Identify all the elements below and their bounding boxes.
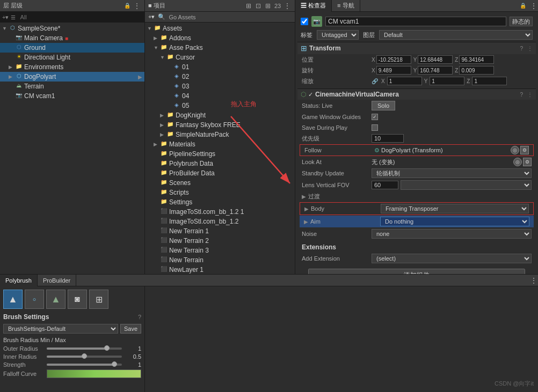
aim-dropdown[interactable]: Do nothing — [380, 217, 529, 226]
brush-save-button[interactable]: Save — [120, 324, 141, 334]
scale-y-input[interactable] — [430, 77, 464, 85]
project-item-terrain1[interactable]: ⬛ New Terrain 1 — [145, 226, 295, 236]
project-item-01[interactable]: ◈ 01 — [145, 62, 295, 72]
tab-inspector[interactable]: ☰ 检查器 — [295, 0, 332, 12]
tree-item-environments[interactable]: ▶ 📁 Environments — [0, 62, 144, 72]
solo-button[interactable]: Solo — [372, 101, 395, 110]
tree-item-dirlight[interactable]: ☀ Directional Light — [0, 53, 144, 62]
inner-radius-thumb[interactable] — [82, 353, 87, 359]
outer-radius-slider[interactable] — [47, 347, 122, 350]
inner-radius-slider[interactable] — [47, 356, 122, 358]
project-item-assepacks[interactable]: ▼ 📁 Asse Packs — [145, 43, 295, 53]
project-item-scripts[interactable]: 📁 Scripts — [145, 188, 295, 197]
object-name-input[interactable] — [325, 17, 506, 26]
lookat-pick-button[interactable]: ◎ — [513, 158, 522, 166]
tree-item-maincamera[interactable]: 📷 Main Camera ■ — [0, 33, 144, 43]
project-item-terrain2[interactable]: ⬛ New Terrain 2 — [145, 236, 295, 246]
project-item-terrain3[interactable]: ⬛ New Terrain 3 — [145, 246, 295, 255]
tab-navigation[interactable]: ≡ 导航 — [332, 0, 360, 12]
project-item-newlayer1[interactable]: ⬛ NewLayer 1 — [145, 265, 295, 274]
project-item-probuilderdata[interactable]: 📁 ProBuilder Data — [145, 168, 295, 178]
texture-tool-button[interactable]: ◙ — [68, 290, 87, 309]
strength-slider[interactable] — [47, 364, 122, 366]
brush-settings-help-icon[interactable]: ? — [138, 314, 141, 320]
project-item-04[interactable]: ◈ 04 — [145, 91, 295, 101]
project-icon4[interactable]: 23 — [273, 2, 282, 10]
hierarchy-search-input[interactable] — [20, 14, 142, 20]
sculpt-tool-button[interactable]: ▲ — [3, 290, 23, 309]
prefab-tool-button[interactable]: ⊞ — [89, 290, 108, 309]
rot-x-input[interactable] — [376, 66, 411, 75]
tree-item-dogpolyart[interactable]: ▶ ⬡ DogPolyart ▶ — [0, 72, 144, 82]
project-item-fantasyskybox[interactable]: ▶ 📁 Fantasy Skybox FREE — [145, 120, 295, 130]
project-item-03[interactable]: ◈ 03 — [145, 82, 295, 91]
lens-input[interactable] — [372, 181, 398, 189]
brush-preset-dropdown[interactable]: BrushSettings-Default — [3, 324, 118, 334]
transform-section-header[interactable]: ⊞ Transform ? ⋮ — [297, 42, 536, 54]
follow-pick-button[interactable]: ◎ — [511, 146, 519, 154]
project-item-img1[interactable]: ⬛ ImageToStl.com_bb_1.2 1 — [145, 207, 295, 217]
project-icon3[interactable]: ⊞ — [264, 2, 272, 10]
project-item-cursor[interactable]: ▼ 📁 Cursor — [145, 53, 295, 62]
cm-menu-icon[interactable]: ⋮ — [527, 92, 533, 98]
falloff-curve-preview[interactable] — [47, 369, 141, 378]
project-item-img2[interactable]: ⬛ ImageToStl.com_bb_1.2 — [145, 217, 295, 226]
lookat-settings-button[interactable]: ⚙ — [523, 158, 532, 166]
tree-item-ground[interactable]: ⬡ Ground — [0, 43, 144, 53]
project-menu-icon[interactable]: ⋮ — [283, 2, 292, 10]
project-item-scenes[interactable]: 📁 Scenes — [145, 178, 295, 188]
guides-checkbox[interactable]: ✓ — [372, 114, 378, 120]
project-icon2[interactable]: ⊡ — [254, 2, 263, 10]
hierarchy-lock-icon[interactable]: 🔒 — [123, 2, 132, 10]
add-extension-dropdown[interactable]: (select) — [372, 254, 532, 263]
rot-z-input[interactable] — [459, 66, 494, 75]
project-item-02[interactable]: ◈ 02 — [145, 72, 295, 82]
lens-mode-dropdown[interactable] — [401, 180, 532, 190]
project-item-settings[interactable]: 📁 Settings — [145, 197, 295, 207]
outer-radius-thumb[interactable] — [104, 345, 110, 351]
project-item-assets[interactable]: ▼ 📁 Assets — [145, 24, 295, 33]
tab-probuilder[interactable]: ProBuilder — [38, 275, 76, 286]
priority-input[interactable] — [372, 134, 404, 143]
tree-item-samplescene[interactable]: ▼ ⬡ SampleScene* — [0, 24, 144, 33]
standby-dropdown[interactable]: 轮循机制 — [372, 168, 532, 178]
follow-settings-button[interactable]: ⚙ — [520, 146, 529, 154]
transform-menu-icon[interactable]: ⋮ — [527, 46, 533, 51]
strength-thumb[interactable] — [112, 361, 117, 367]
project-item-polybrushdata[interactable]: 📁 Polybrush Data — [145, 159, 295, 168]
project-item-addons[interactable]: ▶ 📁 Addons — [145, 33, 295, 43]
tree-item-terrain[interactable]: ⛰ Terrain — [0, 82, 144, 91]
pos-x-input[interactable] — [376, 55, 411, 64]
layer-dropdown[interactable]: Default — [379, 30, 533, 40]
noise-dropdown[interactable]: none — [372, 229, 532, 239]
cinemachine-section-header[interactable]: ⬡ ✓ CinemachineVirtualCamera ? ⋮ — [297, 88, 536, 100]
project-item-05[interactable]: ◈ 05 拖入主角 — [145, 101, 295, 110]
smooth-tool-button[interactable]: ◦ — [25, 290, 44, 309]
project-item-simplenaturepack[interactable]: ▶ 📁 SimpleNaturePack — [145, 130, 295, 139]
inspector-lock-icon[interactable]: 🔒 — [519, 2, 527, 10]
body-dropdown[interactable]: Framing Transposer — [381, 204, 529, 213]
project-icon1[interactable]: ⊞ — [244, 2, 253, 10]
object-active-checkbox[interactable] — [301, 18, 308, 25]
help-icon[interactable]: ? — [520, 46, 523, 51]
cm-help-icon[interactable]: ? — [520, 92, 523, 98]
pos-y-input[interactable] — [418, 55, 453, 64]
plus-icon[interactable]: +▾ — [148, 13, 155, 20]
project-item-newterrain[interactable]: ⬛ New Terrain — [145, 255, 295, 265]
bottom-panel-menu-icon[interactable]: ⋮ — [529, 276, 538, 285]
project-item-dogknight[interactable]: ▶ 📁 DogKnight — [145, 110, 295, 120]
tab-polybrush[interactable]: Polybrush — [0, 275, 38, 286]
project-item-materials[interactable]: ▶ 📁 Materials — [145, 139, 295, 149]
project-item-pipelinesettings[interactable]: 📁 PipelineSettings — [145, 149, 295, 159]
scale-z-input[interactable] — [472, 77, 507, 85]
tree-item-cmvcam1[interactable]: 📷 CM vcam1 — [0, 91, 144, 101]
paint-tool-button[interactable]: ▲ — [46, 290, 66, 309]
tag-dropdown[interactable]: Untagged — [317, 30, 359, 40]
inspector-menu-icon[interactable]: ⋮ — [529, 2, 538, 10]
rot-y-input[interactable] — [418, 66, 453, 75]
scale-x-input[interactable] — [387, 77, 422, 85]
save-checkbox[interactable] — [372, 124, 378, 131]
add-component-button[interactable]: 添加组件 — [308, 269, 525, 274]
hierarchy-menu-icon[interactable]: ⋮ — [133, 2, 141, 10]
pos-z-input[interactable] — [459, 55, 494, 64]
